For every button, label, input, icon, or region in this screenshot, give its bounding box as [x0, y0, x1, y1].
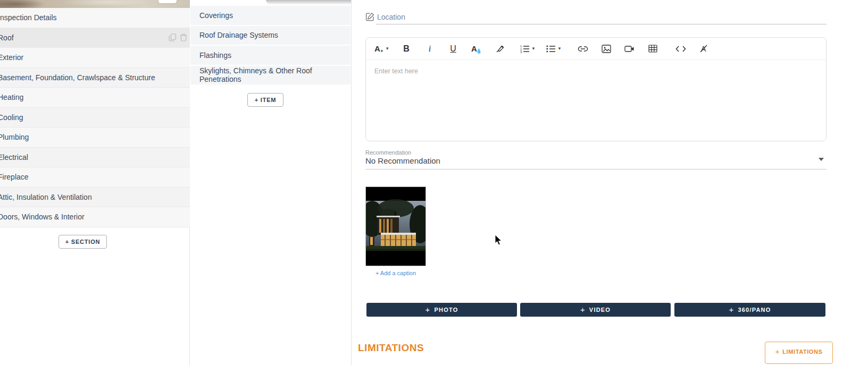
- sidebar-item-label: Attic, Insulation & Ventilation: [0, 193, 92, 201]
- sidebar-item-basement[interactable]: Basement, Foundation, Crawlspace & Struc…: [0, 68, 190, 88]
- add-photo-button[interactable]: + PHOTO: [366, 303, 517, 317]
- highlight-icon[interactable]: [494, 41, 506, 56]
- chevron-down-icon[interactable]: [819, 158, 824, 161]
- plus-icon: +: [729, 305, 735, 314]
- sidebar-item-heating[interactable]: Heating: [0, 88, 190, 108]
- sidebar-item-exterior[interactable]: Exterior: [0, 48, 190, 68]
- item-roof-drainage[interactable]: Roof Drainage Systems: [190, 26, 350, 45]
- image-icon[interactable]: [600, 41, 613, 56]
- sidebar-item-label: Inspection Details: [0, 13, 57, 22]
- button-label: PHOTO: [435, 307, 458, 313]
- location-underline: [376, 24, 827, 24]
- editor-toolbar: A★▼ B i U A💧: [366, 38, 826, 60]
- trash-icon[interactable]: [180, 33, 187, 41]
- bold-icon[interactable]: B: [400, 41, 413, 56]
- add-section-button[interactable]: + SECTION: [59, 235, 107, 249]
- row-action-icons: [169, 28, 187, 48]
- recommendation-label: Recommendation: [365, 149, 411, 156]
- rich-text-editor[interactable]: A★▼ B i U A💧: [365, 37, 827, 141]
- button-label: 360/PANO: [738, 307, 771, 313]
- add-caption-link[interactable]: + Add a caption: [365, 270, 426, 276]
- items-column: Coverings Roof Drainage Systems Flashing…: [190, 0, 351, 365]
- sidebar-item-label: Heating: [0, 93, 23, 101]
- video-icon[interactable]: [623, 41, 636, 56]
- code-icon[interactable]: [674, 41, 687, 56]
- table-icon[interactable]: [647, 41, 660, 56]
- sidebar-item-label: Doors, Windows & Interior: [0, 213, 85, 221]
- sidebar-item-label: Basement, Foundation, Crawlspace & Struc…: [0, 73, 155, 82]
- plus-icon: +: [425, 305, 431, 314]
- sidebar-item-cooling[interactable]: Cooling: [0, 108, 190, 128]
- bullet-list-icon[interactable]: ▼: [546, 41, 562, 56]
- sections-sidebar: Inspection Details Roof Exterior Basemen…: [0, 0, 190, 365]
- copy-icon[interactable]: [169, 33, 177, 41]
- sidebar-item-label: Fireplace: [0, 173, 29, 181]
- underline-icon[interactable]: U: [447, 41, 460, 56]
- sidebar-item-fireplace[interactable]: Fireplace: [0, 167, 190, 188]
- sidebar-item-label: Plumbing: [0, 133, 29, 141]
- edit-pencil-icon: [365, 12, 374, 23]
- plus-icon: +: [775, 347, 780, 356]
- sidebar-item-roof[interactable]: Roof: [0, 28, 190, 48]
- button-label: LIMITATIONS: [782, 349, 822, 355]
- add-video-button[interactable]: + VIDEO: [520, 303, 671, 317]
- photo-thumbnail[interactable]: [365, 186, 426, 266]
- section-list: Inspection Details Roof Exterior Basemen…: [0, 8, 190, 227]
- italic-icon[interactable]: i: [423, 41, 436, 56]
- svg-text:3.: 3.: [520, 50, 523, 53]
- ordered-list-icon[interactable]: 1. 2. 3. ▼: [520, 41, 536, 56]
- font-color-icon[interactable]: A💧: [470, 41, 483, 56]
- editor-placeholder[interactable]: Enter text here: [374, 67, 418, 75]
- limitations-heading: LIMITATIONS: [358, 342, 424, 354]
- add-item-button[interactable]: + ITEM: [247, 93, 283, 107]
- item-flashings[interactable]: Flashings: [190, 46, 350, 65]
- sidebar-item-electrical[interactable]: Electrical: [0, 148, 190, 168]
- sidebar-item-doors-windows[interactable]: Doors, Windows & Interior: [0, 207, 190, 227]
- banner-tab: [158, 0, 177, 3]
- add-360-pano-button[interactable]: + 360/PANO: [674, 303, 825, 317]
- item-detail-panel: Location A★▼ B i U A💧: [351, 0, 868, 365]
- sidebar-item-inspection-details[interactable]: Inspection Details: [0, 8, 190, 28]
- location-input[interactable]: Location: [377, 13, 405, 21]
- sidebar-item-plumbing[interactable]: Plumbing: [0, 128, 190, 148]
- sidebar-item-label: Cooling: [0, 113, 23, 122]
- plus-icon: +: [580, 305, 586, 314]
- sidebar-item-label: Exterior: [0, 53, 23, 62]
- add-limitations-button[interactable]: + LIMITATIONS: [765, 342, 833, 364]
- link-icon[interactable]: [577, 41, 589, 56]
- recommendation-select[interactable]: No Recommendation: [365, 156, 440, 165]
- item-skylights[interactable]: Skylights, Chimneys & Other Roof Penetra…: [190, 66, 350, 85]
- item-list: Coverings Roof Drainage Systems Flashing…: [190, 6, 350, 86]
- clear-format-icon[interactable]: A: [698, 41, 711, 56]
- item-coverings[interactable]: Coverings: [190, 6, 350, 25]
- sidebar-item-attic[interactable]: Attic, Insulation & Ventilation: [0, 188, 190, 208]
- sidebar-item-label: Roof: [0, 33, 14, 42]
- font-style-icon[interactable]: A★▼: [374, 41, 389, 56]
- button-label: VIDEO: [589, 307, 611, 313]
- sidebar-item-label: Electrical: [0, 153, 28, 162]
- recommendation-underline: [365, 169, 827, 169]
